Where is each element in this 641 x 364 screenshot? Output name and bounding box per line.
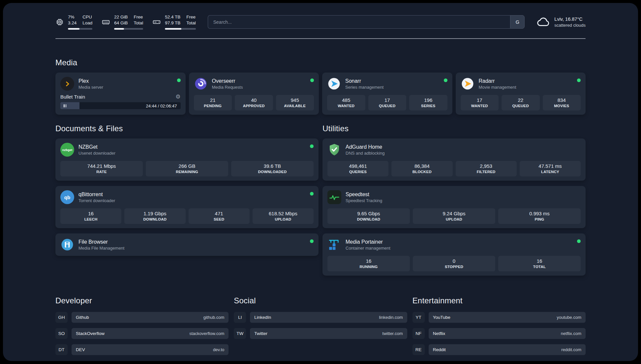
ram-icon — [102, 18, 110, 26]
cpu-load-label: Load — [82, 20, 92, 26]
stat-blocked: 86,384 BLOCKED — [391, 161, 452, 176]
app-card-speedtest[interactable]: Speedtest Speedtest Tracking 9.65 Gbps D… — [322, 186, 586, 228]
app-card-adguard[interactable]: AdGuard Home DNS and adblocking 498,461 … — [322, 138, 586, 181]
disk-total-value: 97.9 TB — [165, 20, 180, 26]
ram-free-label: Free — [134, 14, 143, 20]
stat-series: 196 SERIES — [409, 95, 447, 110]
top-bar: 7% 3.24 CPU Load — [55, 3, 586, 30]
app-name: AdGuard Home — [346, 144, 385, 150]
bookmark-netflix[interactable]: NF Netflix netflix.com — [412, 328, 586, 339]
qbittorrent-icon: qb — [60, 190, 74, 204]
bookmark-dev[interactable]: DT DEV dev.to — [55, 344, 229, 355]
disk-free-value: 52.4 TB — [165, 14, 180, 20]
bookmark-name: DEV — [76, 347, 85, 352]
bookmark-stackoverflow[interactable]: SO StackOverflow stackoverflow.com — [55, 328, 229, 339]
weather-location: Lviv, 16.87°C — [554, 16, 586, 22]
stat-queued: 22 QUEUED — [502, 95, 540, 110]
playback-time: 24:44 / 02:06:47 — [146, 103, 177, 108]
section-title-entertainment: Entertainment — [412, 296, 586, 305]
app-subtitle: Media server — [78, 85, 103, 90]
app-card-portainer[interactable]: Media Portainer Container management 16 … — [322, 233, 586, 276]
app-card-sonarr[interactable]: Sonarr Series management 485 WANTED 17 Q… — [322, 73, 452, 115]
status-dot — [577, 239, 581, 243]
section-title-social: Social — [234, 296, 407, 305]
topbar-divider — [55, 38, 586, 39]
social-section: Social LI LinkedIn linkedin.com TW Twitt… — [234, 296, 407, 355]
stat-total: 16 TOTAL — [498, 256, 581, 271]
status-dot — [310, 144, 314, 148]
bookmark-reddit[interactable]: RE Reddit reddit.com — [412, 344, 586, 355]
stat-running: 16 RUNNING — [327, 256, 410, 271]
app-subtitle: Torrent downloader — [78, 198, 115, 203]
stat-filtered: 2,953 FILTERED — [456, 161, 517, 176]
search-engine-button[interactable]: G — [510, 15, 525, 29]
plex-now-playing: Bullet Train ⚙ 24:44 / 02:06:47 — [60, 94, 181, 109]
app-card-nzbget[interactable]: nzbget NZBGet Usenet downloader 744.21 M… — [55, 138, 319, 181]
settings-gear-icon[interactable]: ⚙ — [175, 94, 180, 100]
bookmark-abbr: SO — [55, 328, 68, 339]
stat-upload: 618.52 Mbps UPLOAD — [253, 208, 314, 224]
app-name: Overseerr — [212, 78, 243, 84]
app-name: Plex — [78, 78, 103, 84]
radarr-icon — [461, 77, 474, 91]
app-card-filebrowser[interactable]: File Browser Media File Management — [55, 233, 319, 256]
cpu-icon — [55, 18, 64, 26]
stat-approved: 40 APPROVED — [235, 95, 273, 110]
disk-monitor: 52.4 TB 97.9 TB Free Total — [152, 14, 196, 30]
ram-monitor: 22 GiB 64 GiB Free Total — [102, 14, 143, 30]
app-card-overseerr[interactable]: Overseerr Media Requests 21 PENDING 40 A… — [189, 73, 319, 115]
status-dot — [310, 78, 314, 82]
app-subtitle: Media File Management — [78, 246, 124, 251]
app-subtitle: Speedtest Tracking — [346, 198, 382, 203]
bookmark-twitter[interactable]: TW Twitter twitter.com — [234, 328, 407, 339]
bookmark-url: reddit.com — [561, 347, 581, 352]
documents-section: Documents & Files nzbget NZBGet Usenet d… — [55, 124, 319, 276]
status-dot — [310, 192, 314, 196]
bookmark-abbr: GH — [55, 312, 68, 323]
utilities-section: Utilities — [322, 124, 586, 276]
stat-ping: 0.993 ms PING — [498, 208, 581, 224]
bookmark-url: stackoverflow.com — [189, 331, 224, 336]
playback-progress-fill — [60, 102, 79, 109]
pause-icon[interactable] — [64, 104, 66, 107]
search-input[interactable] — [208, 15, 510, 29]
app-name: Speedtest — [346, 192, 382, 197]
cloud-icon — [536, 15, 550, 29]
status-dot — [577, 78, 581, 82]
ram-free-value: 22 GiB — [114, 14, 128, 20]
app-name: Sonarr — [345, 78, 383, 84]
stat-wanted: 485 WANTED — [327, 95, 365, 110]
stat-movies: 834 MOVIES — [543, 95, 581, 110]
bookmark-name: YouTube — [433, 315, 450, 320]
ram-usage-bar — [114, 28, 143, 30]
weather-widget: Lviv, 16.87°C scattered clouds — [536, 15, 586, 29]
stat-queued: 17 QUEUED — [368, 95, 407, 110]
app-card-plex[interactable]: Plex Media server Bullet Train ⚙ 24:44 /… — [55, 73, 186, 115]
stat-pending: 21 PENDING — [194, 95, 232, 110]
stat-seed: 471 SEED — [189, 208, 250, 224]
app-card-radarr[interactable]: Radarr Movie management 17 WANTED 22 QUE… — [456, 73, 586, 115]
bookmark-url: netflix.com — [561, 331, 581, 336]
bookmark-linkedin[interactable]: LI LinkedIn linkedin.com — [234, 312, 407, 323]
stat-remaining: 266 GB REMAINING — [146, 161, 228, 176]
bookmark-abbr: TW — [234, 328, 246, 339]
stat-downloaded: 39.6 TB DOWNLOADED — [231, 161, 314, 176]
bookmark-youtube[interactable]: YT YouTube youtube.com — [412, 312, 586, 323]
cpu-load-value: 3.24 — [68, 20, 76, 26]
playback-progress-bar[interactable]: 24:44 / 02:06:47 — [60, 102, 181, 109]
bookmark-github[interactable]: GH Github github.com — [55, 312, 229, 323]
stat-wanted: 17 WANTED — [461, 95, 499, 110]
disk-free-label: Free — [186, 14, 196, 20]
app-subtitle: DNS and adblocking — [346, 151, 385, 156]
status-dot — [310, 239, 314, 243]
app-name: Media Portainer — [346, 239, 390, 245]
app-card-qbittorrent[interactable]: qb qBittorrent Torrent downloader 16 LEE… — [55, 186, 319, 228]
portainer-icon — [327, 238, 341, 252]
stat-stopped: 0 STOPPED — [413, 256, 495, 271]
bookmark-name: Netflix — [433, 331, 445, 336]
weather-condition: scattered clouds — [554, 23, 586, 28]
bookmark-name: Twitter — [254, 331, 267, 336]
bookmark-abbr: NF — [412, 328, 425, 339]
app-subtitle: Usenet downloader — [78, 151, 115, 156]
app-subtitle: Movie management — [479, 85, 516, 90]
